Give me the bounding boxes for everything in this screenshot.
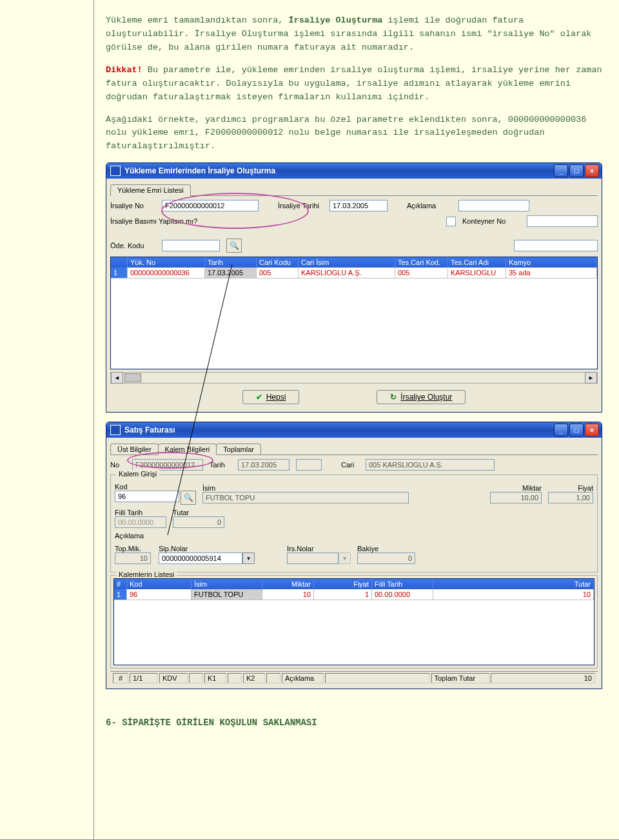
input-ode-kodu[interactable] [162, 240, 220, 251]
input-sip-nolar: 000000000005914 [159, 552, 242, 564]
grid-yukleme: Yük. No Tarih Cari Kodu Cari İsim Tes.Ca… [110, 257, 598, 369]
lookup-ode-kodu-button[interactable]: 🔍 [226, 239, 242, 253]
gh-tes-cari-adi[interactable]: Tes.Cari Adı [448, 257, 506, 268]
label-ode-kodu: Öde. Kodu [110, 242, 155, 249]
input-aciklama[interactable] [458, 200, 529, 211]
dropdown-irs-nolar[interactable]: ▼ [287, 552, 351, 564]
fieldset-kalem-girisi: Kalem Girişi Kod 96 🔍 İsim FUTBOL TOPU [110, 474, 598, 572]
gc-cari-isim: KARSLIOGLU A.Ş. [299, 268, 395, 278]
app-icon-2 [110, 425, 121, 435]
label-konteyner: Konteyner No [462, 217, 520, 225]
status-aciklama[interactable]: Açıklama [282, 673, 324, 683]
label-miktar: Miktar [490, 484, 542, 492]
statusbar: # 1/1 KDV K1 K2 Açıklama Toplam Tutar 10 [110, 671, 598, 685]
input-top-mik: 10 [115, 552, 151, 564]
gc2-fiyat: 1 [314, 589, 372, 600]
grid-kalemler: # Kod İsim Miktar Fiyat Fiili Tarih Tuta… [113, 578, 594, 665]
grid2-row-1[interactable]: 1 96 FUTBOL TOPU 10 1 00.00.0000 10 [114, 589, 594, 600]
label-irs-nolar: Irs.Nolar [287, 545, 351, 552]
fieldset-kalemlerin-listesi: Kalemlerin Listesi # Kod İsim Miktar Fiy… [110, 575, 598, 669]
hepsi-label: Hepsi [266, 393, 286, 402]
minimize-button-2[interactable]: _ [554, 424, 568, 436]
tab-toplamlar[interactable]: Toplamlar [216, 444, 261, 454]
gh-tes-cari-kod[interactable]: Tes.Cari Kod. [395, 257, 448, 268]
gc-kamyo: 35 ada [506, 268, 597, 278]
status-pager: 1/1 [130, 673, 158, 683]
status-toplam-value: 10 [491, 673, 596, 683]
label-irsaliye-no: İrsaliye No [110, 202, 155, 210]
gh2-miktar[interactable]: Miktar [262, 579, 314, 589]
p1-text-a: Yükleme emri tamamlandıktan sonra, [106, 15, 289, 25]
paragraph-1: Yükleme emri tamamlandıktan sonra, İrsal… [106, 14, 602, 55]
label-no: No [110, 461, 126, 469]
hepsi-button[interactable]: ✔Hepsi [242, 390, 300, 404]
gh2-fiyat[interactable]: Fiyat [314, 579, 372, 589]
status-kdv[interactable]: KDV [159, 673, 188, 683]
input-irsaliye-tarihi[interactable]: 17.03.2005 [329, 200, 388, 211]
gh-cari-isim[interactable]: Cari İsim [299, 257, 395, 268]
input-ode-kodu-extra[interactable] [514, 240, 598, 251]
input-bakiye: 0 [357, 552, 415, 564]
label-aciklama: Açıklama [407, 202, 452, 210]
status-k2[interactable]: K2 [243, 673, 265, 683]
input-cari: 005 KARSLIOGLU A.S. [366, 459, 495, 471]
gh2-fiili-tarih[interactable]: Fiili Tarih [372, 579, 433, 589]
window2-title: Satış Faturası [124, 425, 554, 435]
reload-icon: ↻ [390, 393, 397, 402]
sidebar-margin [0, 0, 94, 840]
label-isim: İsim [202, 484, 484, 492]
status-k2-val [266, 673, 280, 683]
grid-row-1[interactable]: 1 000000000000036 17.03.2005 005 KARSLIO… [111, 268, 597, 278]
input-konteyner[interactable] [527, 215, 598, 227]
label-aciklama2: Açıklama [115, 532, 144, 540]
checkbox-basim[interactable] [446, 217, 456, 226]
gh2-idx[interactable]: # [114, 579, 127, 589]
label-fiyat: Fiyat [548, 484, 593, 492]
scroll-right-button[interactable]: ► [585, 372, 597, 384]
gc2-tutar: 10 [433, 589, 594, 600]
gh-0[interactable] [111, 257, 128, 268]
lookup-kod-button[interactable]: 🔍 [181, 491, 196, 505]
gh2-isim[interactable]: İsim [192, 579, 262, 589]
tab-kalem-bilgileri[interactable]: Kalem Bilgileri [158, 444, 217, 455]
label-bakiye: Bakiye [357, 545, 415, 552]
close-button[interactable]: × [585, 164, 599, 177]
status-toplam-label: Toplam Tutar [431, 673, 489, 683]
gh-cari-kodu[interactable]: Cari Kodu [257, 257, 299, 268]
gc2-idx: 1 [114, 589, 127, 600]
gh2-tutar[interactable]: Tutar [433, 579, 594, 589]
irsaliye-olustur-button[interactable]: ↻İrsaliye Oluştur [377, 390, 466, 404]
gh-tarih[interactable]: Tarih [205, 257, 257, 268]
titlebar-2: Satış Faturası _ □ × [106, 422, 602, 438]
dropdown-sip-nolar[interactable]: 000000000005914 ▼ [159, 552, 255, 564]
status-hash: # [113, 673, 128, 683]
gc-yuk-no: 000000000000036 [128, 268, 205, 278]
scroll-thumb[interactable] [124, 373, 141, 382]
maximize-button-2[interactable]: □ [569, 424, 584, 436]
scroll-left-button[interactable]: ◄ [111, 372, 123, 384]
gh-yuk-no[interactable]: Yük. No [128, 257, 205, 268]
gh2-kod[interactable]: Kod [127, 579, 192, 589]
status-k1[interactable]: K1 [204, 673, 226, 683]
gh-kamyo[interactable]: Kamyo [506, 257, 597, 268]
gc2-isim: FUTBOL TOPU [192, 589, 262, 600]
minimize-button[interactable]: _ [554, 164, 568, 177]
tab-yukleme-emri-listesi[interactable]: Yükleme Emri Listesi [110, 184, 191, 196]
horizontal-scrollbar[interactable]: ◄ ► [110, 372, 598, 384]
label-tutar: Tutar [173, 509, 224, 516]
maximize-button[interactable]: □ [569, 164, 584, 177]
input-fiyat: 1,00 [548, 492, 593, 503]
gc2-miktar: 10 [262, 589, 314, 600]
input-kod[interactable]: 96 [115, 491, 179, 502]
check-icon: ✔ [256, 393, 262, 402]
p2-text: Bu parametre ile, yükleme emrinden irsal… [106, 65, 602, 102]
tab-ust-bilgiler[interactable]: Üst Bilgiler [110, 444, 159, 454]
legend-kalemlerin-listesi: Kalemlerin Listesi [116, 571, 177, 578]
input-miktar: 10,00 [490, 492, 542, 503]
legend-kalem-girisi: Kalem Girişi [116, 470, 159, 478]
chevron-down-icon-2[interactable]: ▼ [339, 552, 351, 564]
input-irsaliye-no[interactable]: F20000000000012 [162, 200, 259, 211]
input-no: F20000000000012 [132, 459, 203, 471]
chevron-down-icon[interactable]: ▼ [242, 552, 255, 564]
close-button-2[interactable]: × [585, 424, 599, 436]
